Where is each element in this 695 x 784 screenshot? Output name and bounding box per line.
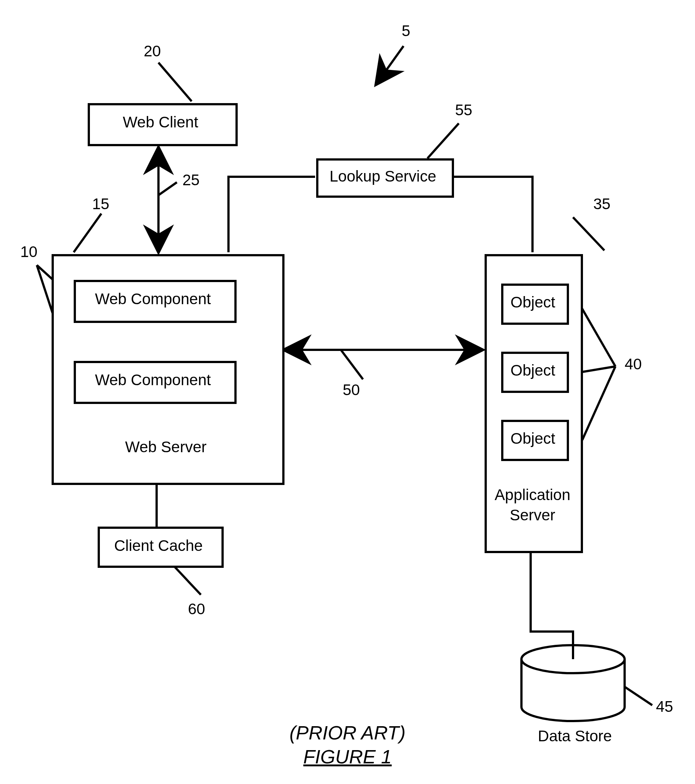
object-2-label: Object [501,362,565,379]
svg-line-4 [573,217,604,250]
svg-line-8 [625,687,652,705]
ref-data-store: 45 [656,698,673,715]
ref-app-server: 35 [593,195,611,213]
caption-prior-art: (PRIOR ART) [0,722,695,744]
client-cache-label: Client Cache [97,537,219,555]
web-component-2-label: Web Component [74,371,232,389]
ref-web-component: 10 [20,243,38,261]
svg-line-2 [428,124,459,158]
svg-line-13 [582,366,616,440]
ref-link-50: 50 [343,381,360,399]
svg-line-1 [158,63,191,101]
web-server-caption: Web Server [51,438,280,456]
svg-line-0 [376,46,403,85]
svg-line-12 [582,366,616,372]
diagram-stage: 5 20 55 25 15 35 10 40 50 60 45 Web Clie… [0,0,695,784]
ref-system: 5 [402,22,410,40]
svg-line-3 [74,214,101,252]
ref-objects: 40 [625,355,642,373]
caption-figure: FIGURE 1 [0,746,695,768]
web-client-label: Web Client [88,114,233,131]
ref-web-client: 20 [144,42,161,60]
app-server-caption-l1: Application [479,486,586,504]
ref-lookup: 55 [455,101,472,119]
ref-web-server: 15 [92,195,109,213]
svg-line-11 [580,306,616,366]
ref-client-cache: 60 [188,600,205,618]
svg-line-6 [341,350,363,379]
app-server-caption-l2: Server [479,506,586,524]
object-3-label: Object [501,430,565,447]
ref-link-25: 25 [182,171,200,189]
svg-point-17 [522,645,625,673]
svg-line-7 [173,565,201,595]
svg-line-5 [158,182,177,195]
web-component-1-label: Web Component [74,290,232,308]
object-1-label: Object [501,293,565,311]
lookup-service-label: Lookup Service [316,168,449,185]
